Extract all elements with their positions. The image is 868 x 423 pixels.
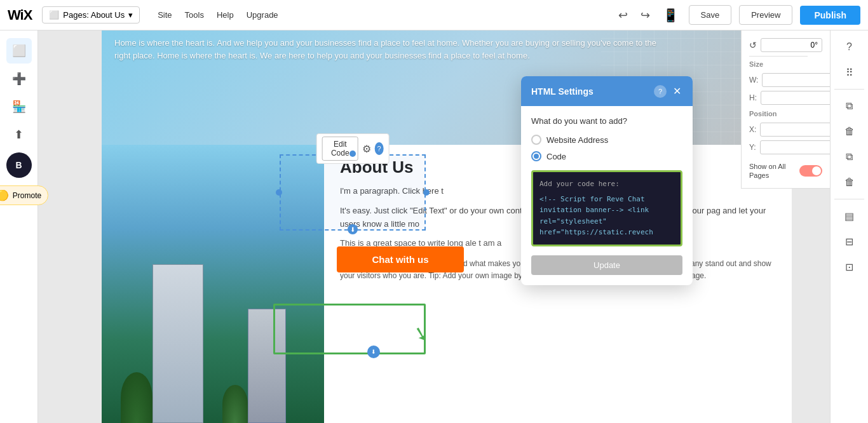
promote-button[interactable]: 🟡 Promote bbox=[0, 185, 48, 205]
hero-text: Home is where the heart is. And we help … bbox=[114, 37, 665, 62]
dialog-question: What do you want to add? bbox=[531, 116, 682, 126]
right-sidebar: ? ⠿ ⧉ 🗑 ⧉ 🗑 ▤ ⊟ ⊡ bbox=[830, 30, 868, 423]
sidebar-icon-store[interactable]: 🏪 bbox=[6, 94, 32, 119]
code-editor[interactable]: Add your code here: <!-- Script for Reve… bbox=[531, 170, 682, 246]
height-row: H: bbox=[749, 91, 822, 105]
right-sidebar-grid[interactable]: ⠿ bbox=[838, 61, 861, 84]
sidebar-icon-blog[interactable]: B bbox=[6, 152, 32, 178]
dialog-help-button[interactable]: ? bbox=[654, 85, 667, 98]
pages-button[interactable]: ⬜ Pages: About Us ▾ bbox=[42, 6, 140, 24]
topbar: WiX ⬜ Pages: About Us ▾ Site Tools Help … bbox=[0, 0, 868, 30]
resize-handle-chat[interactable]: ⬇ bbox=[367, 346, 380, 358]
x-label: X: bbox=[749, 125, 756, 134]
resize-icon: ⬇ bbox=[371, 349, 376, 355]
radio-circle-website bbox=[531, 135, 541, 145]
html-element-toolbar: Edit Code ⚙ ? bbox=[316, 133, 390, 164]
sidebar-icon-upload[interactable]: ⬆ bbox=[6, 122, 32, 147]
update-button[interactable]: Update bbox=[531, 255, 682, 275]
show-all-pages-label: Show on All Pages bbox=[749, 162, 794, 180]
left-sidebar: ⬜ ➕ 🏪 ⬆ B 🟡 Promote bbox=[0, 30, 38, 423]
y-row: Y: bbox=[749, 140, 822, 154]
divider1 bbox=[834, 89, 864, 90]
tree1 bbox=[121, 372, 153, 423]
nav-help[interactable]: Help bbox=[217, 8, 234, 22]
preview-button[interactable]: Preview bbox=[739, 5, 792, 25]
show-all-pages-toggle[interactable] bbox=[799, 165, 822, 177]
download-icon: ⬇ bbox=[350, 226, 355, 233]
tree2 bbox=[222, 385, 248, 423]
radio-label-code: Code bbox=[546, 152, 566, 161]
chat-button[interactable]: Chat with us bbox=[337, 246, 464, 272]
rotation-row: ↺ bbox=[749, 38, 822, 52]
y-label: Y: bbox=[749, 143, 756, 152]
toggle-knob bbox=[812, 166, 821, 175]
radio-circle-code bbox=[531, 151, 541, 161]
right-sidebar-copy2[interactable]: ⧉ bbox=[838, 145, 861, 168]
right-sidebar-trash[interactable]: 🗑 bbox=[838, 120, 861, 143]
promote-icon: 🟡 bbox=[0, 189, 9, 201]
wix-logo: WiX bbox=[8, 7, 32, 24]
building-medium bbox=[248, 309, 286, 423]
nav-site[interactable]: Site bbox=[158, 8, 172, 22]
dialog-title: HTML Settings bbox=[531, 86, 593, 97]
radio-inner-code bbox=[534, 154, 539, 159]
gear-icon[interactable]: ⚙ bbox=[362, 143, 371, 155]
pages-label: Pages: About Us bbox=[63, 10, 125, 20]
radio-website-address[interactable]: Website Address bbox=[531, 135, 682, 145]
resize-handle-left[interactable] bbox=[276, 189, 282, 196]
width-row: W: bbox=[749, 73, 822, 87]
publish-button[interactable]: Publish bbox=[800, 6, 860, 25]
promote-label: Promote bbox=[13, 191, 41, 200]
save-button[interactable]: Save bbox=[689, 5, 732, 25]
size-panel: ↺ Size W: H: Position X: Y: Show on All … bbox=[741, 30, 830, 189]
right-sidebar-align1[interactable]: ⊟ bbox=[838, 230, 861, 253]
html-settings-dialog: HTML Settings ? ✕ What do you want to ad… bbox=[521, 76, 693, 285]
canvas-area: Home is where the heart is. And we help … bbox=[38, 30, 830, 423]
nav-upgrade[interactable]: Upgrade bbox=[247, 8, 278, 22]
right-sidebar-align2[interactable]: ⊡ bbox=[838, 255, 861, 278]
right-sidebar-help[interactable]: ? bbox=[838, 36, 861, 58]
rotation-input[interactable] bbox=[761, 38, 822, 52]
code-content: <!-- Script for Reve Chat invitation ban… bbox=[539, 194, 674, 238]
x-row: X: bbox=[749, 123, 822, 137]
show-all-pages-row: Show on All Pages bbox=[749, 162, 822, 180]
sidebar-icon-pages[interactable]: ⬜ bbox=[6, 38, 32, 64]
pages-icon: ⬜ bbox=[49, 10, 59, 20]
right-sidebar-trash2[interactable]: 🗑 bbox=[838, 171, 861, 194]
w-label: W: bbox=[749, 76, 758, 84]
resize-handle-top[interactable] bbox=[349, 151, 356, 157]
chevron-down-icon: ▾ bbox=[128, 10, 133, 20]
divider3 bbox=[749, 56, 808, 57]
h-label: H: bbox=[749, 93, 757, 102]
html-element-overlay[interactable]: Edit Code ⚙ ? ⬇ bbox=[280, 154, 426, 231]
resize-handle-right[interactable] bbox=[423, 189, 430, 196]
code-editor-label: Add your code here: bbox=[539, 178, 674, 190]
dialog-body: What do you want to add? Website Address… bbox=[521, 106, 693, 285]
right-sidebar-layers[interactable]: ▤ bbox=[838, 205, 861, 227]
mobile-view-button[interactable]: 📱 bbox=[660, 5, 681, 25]
topbar-right: ↩ ↪ 📱 Save Preview Publish bbox=[616, 5, 860, 25]
divider2 bbox=[834, 199, 864, 199]
undo-button[interactable]: ↩ bbox=[616, 6, 630, 25]
right-sidebar-copy[interactable]: ⧉ bbox=[838, 95, 861, 117]
radio-label-website: Website Address bbox=[546, 135, 608, 145]
dialog-header: HTML Settings ? ✕ bbox=[521, 76, 693, 106]
size-title: Size bbox=[749, 60, 822, 68]
dialog-header-icons: ? ✕ bbox=[654, 84, 682, 98]
sidebar-icon-add[interactable]: ➕ bbox=[6, 66, 32, 91]
radio-code[interactable]: Code bbox=[531, 151, 682, 161]
edit-code-button[interactable]: Edit Code bbox=[322, 137, 358, 161]
nav-tools[interactable]: Tools bbox=[185, 8, 204, 22]
building-tall bbox=[153, 264, 203, 423]
radio-group: Website Address Code bbox=[531, 135, 682, 161]
rotation-icon: ↺ bbox=[749, 40, 757, 50]
dialog-close-button[interactable]: ✕ bbox=[672, 84, 682, 98]
pos-title: Position bbox=[749, 110, 822, 117]
redo-button[interactable]: ↪ bbox=[638, 6, 653, 25]
resize-handle-bottom[interactable]: ⬇ bbox=[348, 224, 358, 234]
nav-links: Site Tools Help Upgrade bbox=[158, 8, 278, 22]
help-icon[interactable]: ? bbox=[375, 142, 383, 155]
